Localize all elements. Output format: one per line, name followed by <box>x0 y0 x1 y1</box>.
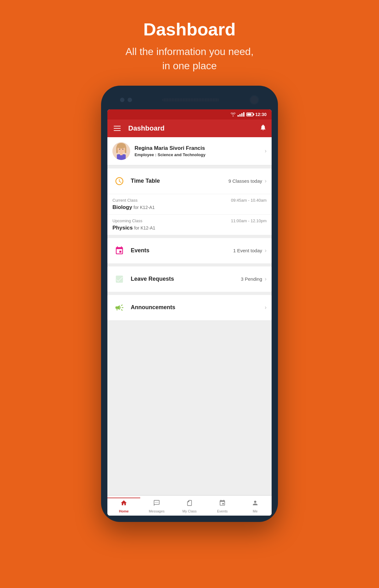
svg-point-6 <box>119 149 120 150</box>
upcoming-class-header: Upcoming Class 11:00am - 12.10pm <box>112 218 267 223</box>
leave-requests-card-row[interactable]: Leave Requests 3 Pending › <box>107 266 272 292</box>
timetable-icon <box>112 174 126 188</box>
nav-messages-label: Messages <box>149 509 165 513</box>
leave-requests-card[interactable]: Leave Requests 3 Pending › <box>107 266 272 292</box>
nav-events-icon <box>219 499 226 508</box>
user-role: Employee : Science and Technology <box>135 152 265 157</box>
leave-requests-count: 3 Pending <box>241 276 262 282</box>
svg-point-7 <box>123 149 123 150</box>
hamburger-menu-button[interactable] <box>112 125 122 132</box>
current-class-subject-row: Biology for K12-A1 <box>112 204 267 211</box>
messages-icon <box>153 499 160 508</box>
user-card-chevron: › <box>265 148 267 154</box>
signal-icon <box>238 112 244 117</box>
avatar-image <box>112 142 130 160</box>
current-class-time: 09:45am - 10.40am <box>231 198 267 203</box>
nav-myclass-label: My Class <box>182 509 196 513</box>
upcoming-class-label: Upcoming Class <box>112 218 142 223</box>
upcoming-class-subject: Physics <box>112 225 133 231</box>
svg-rect-9 <box>120 153 123 155</box>
announcements-icon <box>112 301 126 315</box>
me-icon <box>252 499 259 508</box>
page-subtitle: All the information you need, in one pla… <box>125 45 254 73</box>
phone-camera <box>250 95 259 105</box>
user-name: Regina Maria Sivori Francis <box>135 145 265 151</box>
events-label: Events <box>131 247 233 254</box>
bottom-navigation: Home Messages My <box>107 495 272 516</box>
nav-events-label: Events <box>217 509 228 513</box>
nav-home-label: Home <box>119 509 129 513</box>
announcements-label: Announcements <box>131 304 262 311</box>
nav-messages[interactable]: Messages <box>140 498 173 514</box>
user-profile-card[interactable]: Regina Maria Sivori Francis Employee : S… <box>107 137 272 165</box>
hamburger-line-1 <box>114 126 121 126</box>
phone-dots <box>120 98 132 102</box>
nav-myclass[interactable]: My Class <box>173 498 206 514</box>
leave-requests-label: Leave Requests <box>131 276 241 282</box>
phone-top-bar <box>107 92 272 109</box>
content-area: Regina Maria Sivori Francis Employee : S… <box>107 137 272 495</box>
svg-rect-10 <box>116 275 123 283</box>
events-chevron: › <box>265 247 267 254</box>
status-icons: 12:30 <box>231 112 267 117</box>
current-class-label: Current Class <box>112 198 137 203</box>
upcoming-class-subject-row: Physics for K12-A1 <box>112 225 267 231</box>
page-main-title: Dashboard <box>125 19 254 40</box>
page-header: Dashboard All the information you need, … <box>119 0 260 86</box>
user-avatar <box>112 142 130 160</box>
timetable-label: Time Table <box>131 178 228 184</box>
announcements-card-row[interactable]: Announcements › <box>107 295 272 320</box>
timetable-chevron: › <box>265 178 267 184</box>
hamburger-line-2 <box>114 128 121 129</box>
nav-me[interactable]: Me <box>239 498 272 514</box>
upcoming-class-name: for K12-A1 <box>134 225 155 230</box>
timetable-count: 9 Classes today <box>228 178 262 184</box>
nav-me-label: Me <box>253 509 257 513</box>
nav-home[interactable]: Home <box>107 498 140 514</box>
leave-requests-chevron: › <box>265 276 267 282</box>
phone-screen: 12:30 Dashboard <box>107 109 272 516</box>
app-bar: Dashboard <box>107 119 272 137</box>
phone-shell: 12:30 Dashboard <box>101 86 278 522</box>
events-card-row[interactable]: Events 1 Event today › <box>107 238 272 263</box>
events-card[interactable]: Events 1 Event today › <box>107 238 272 263</box>
announcements-chevron: › <box>265 304 267 311</box>
svg-point-5 <box>117 143 126 149</box>
announcements-card[interactable]: Announcements › <box>107 295 272 320</box>
status-bar: 12:30 <box>107 109 272 119</box>
battery-fill <box>247 113 251 115</box>
hamburger-line-3 <box>114 130 121 131</box>
wifi-icon <box>231 113 236 116</box>
upcoming-class-time: 11:00am - 12.10pm <box>231 218 267 223</box>
battery-icon <box>246 113 253 116</box>
phone-speaker <box>162 98 219 101</box>
phone-dot-2 <box>128 98 132 102</box>
upcoming-class-card[interactable]: Upcoming Class 11:00am - 12.10pm Physics… <box>107 214 272 235</box>
leave-requests-icon <box>112 272 126 286</box>
current-class-name: for K12-A1 <box>134 205 155 210</box>
nav-events[interactable]: Events <box>206 498 239 514</box>
current-class-header: Current Class 09:45am - 10.40am <box>112 198 267 203</box>
home-icon <box>120 499 127 508</box>
phone-dot-1 <box>120 98 124 102</box>
user-info: Regina Maria Sivori Francis Employee : S… <box>135 145 265 157</box>
current-class-subject: Biology <box>112 204 132 210</box>
current-class-card[interactable]: Current Class 09:45am - 10.40am Biology … <box>107 194 272 214</box>
timetable-card: Time Table 9 Classes today › Current Cla… <box>107 168 272 235</box>
app-bar-title: Dashboard <box>128 124 260 132</box>
status-time: 12:30 <box>255 112 267 117</box>
events-icon <box>112 244 126 258</box>
events-count: 1 Event today <box>233 248 262 253</box>
timetable-card-row[interactable]: Time Table 9 Classes today › <box>107 168 272 194</box>
notification-bell-button[interactable] <box>260 124 267 133</box>
myclass-icon <box>186 499 193 508</box>
